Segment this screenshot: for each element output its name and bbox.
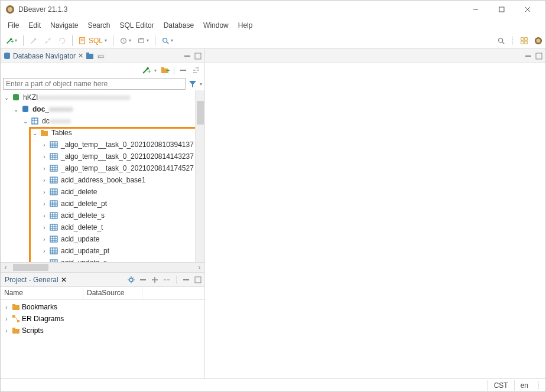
maximize-panel-icon[interactable]	[535, 52, 543, 60]
menu-edit[interactable]: Edit	[24, 19, 46, 32]
menu-sql-editor[interactable]: SQL Editor	[115, 19, 158, 32]
tree-row-table[interactable]: ›acid_delete_t	[1, 221, 204, 233]
project-tab[interactable]: Project - General	[3, 276, 58, 284]
other-tab-icon[interactable]: ▭	[96, 52, 105, 60]
tree-row-table[interactable]: ›acid_delete	[1, 186, 204, 198]
project-tree[interactable]: › Bookmarks › ER Diagrams › Scripts	[1, 300, 204, 338]
tree-row-connection[interactable]: ⌄ hKZI xxxxxxxxxxxxxxxxxxxxxxxxxx	[1, 92, 204, 103]
minimize-panel-icon[interactable]	[183, 52, 191, 60]
minimize-panel-icon[interactable]	[182, 276, 190, 284]
link-editor-icon[interactable]	[191, 66, 201, 75]
new-connection-button[interactable]: + ▾	[3, 35, 20, 46]
expand-icon[interactable]: ›	[41, 201, 48, 207]
scripts-label: Scripts	[22, 326, 44, 335]
status-lang[interactable]: en	[514, 380, 534, 391]
menu-navigate[interactable]: Navigate	[46, 19, 83, 32]
filter-input[interactable]	[3, 78, 186, 90]
collapse-all-icon[interactable]	[178, 66, 188, 75]
tree-row-bookmarks[interactable]: › Bookmarks	[3, 301, 202, 313]
chevron-down-icon: ▾	[105, 38, 107, 43]
search-button[interactable]: ▾	[159, 35, 176, 46]
expand-icon[interactable]: ⌄	[22, 118, 29, 125]
commit-button[interactable]: ▾	[117, 35, 134, 46]
svg-rect-88	[50, 248, 57, 254]
tree-row-table[interactable]: ›_algo_temp__task_0_2021020810394137	[1, 139, 204, 151]
expand-icon[interactable]: ›	[3, 304, 10, 311]
tree-row-table[interactable]: ›acid_update_pt	[1, 245, 204, 257]
perspective-button[interactable]	[519, 36, 529, 45]
expand-icon[interactable]: ⌄	[3, 94, 10, 101]
tree-row-er-diagrams[interactable]: › ER Diagrams	[3, 313, 202, 325]
expand-icon[interactable]: ›	[41, 236, 48, 243]
dbeaver-perspective-icon[interactable]	[534, 36, 543, 45]
maximize-panel-icon[interactable]	[194, 52, 202, 60]
connect-button[interactable]	[27, 35, 40, 46]
expand-icon[interactable]: ›	[41, 142, 48, 148]
chevron-down-icon[interactable]: ▾	[154, 68, 157, 73]
funnel-icon[interactable]	[188, 79, 197, 89]
projects-tab-icon[interactable]	[86, 52, 94, 60]
svg-line-18	[502, 41, 505, 44]
collapse-icon[interactable]	[139, 276, 147, 284]
menu-window[interactable]: Window	[199, 19, 233, 32]
rollback-button[interactable]: ▾	[135, 35, 151, 46]
tree-row-table[interactable]: ›_algo_temp__task_0_2021020814174527	[1, 162, 204, 174]
expand-icon[interactable]: ›	[41, 189, 48, 195]
status-timezone[interactable]: CST	[488, 380, 514, 391]
maximize-button[interactable]	[489, 1, 515, 18]
menu-help[interactable]: Help	[233, 19, 258, 32]
tree-row-tables-folder[interactable]: ⌄ Tables	[1, 127, 204, 139]
close-icon[interactable]: ✕	[78, 52, 83, 60]
col-datasource[interactable]: DataSource	[83, 287, 142, 299]
link-icon[interactable]	[162, 276, 171, 284]
tree-row-table[interactable]: ›acid_update	[1, 233, 204, 245]
horizontal-scrollbar[interactable]: ‹ ›	[1, 262, 204, 272]
search-icon[interactable]	[496, 36, 506, 45]
navigator-tab[interactable]: Database Navigator	[3, 52, 76, 60]
new-folder-icon[interactable]: +	[160, 66, 170, 75]
chevron-down-icon[interactable]: ▾	[200, 81, 202, 87]
scroll-right-icon[interactable]: ›	[194, 263, 204, 273]
reconnect-button[interactable]	[56, 35, 69, 46]
expand-icon[interactable]: ›	[41, 248, 48, 254]
tree-row-table[interactable]: ›acid_delete_pt	[1, 198, 204, 210]
new-connection-icon[interactable]: +	[141, 66, 151, 75]
minimize-button[interactable]	[463, 1, 489, 18]
tree-row-table[interactable]: ›acid_delete_s	[1, 210, 204, 221]
expand-icon[interactable]: ›	[41, 165, 48, 172]
expand-icon[interactable]: ›	[41, 177, 48, 184]
tree-row-database[interactable]: ⌄ doc_ xxxxxx	[1, 103, 204, 115]
tree-row-table[interactable]: ›_algo_temp__task_0_2021020814143237	[1, 151, 204, 162]
table-icon	[49, 187, 58, 197]
expand-icon[interactable]: ›	[3, 316, 10, 322]
disconnect-button[interactable]	[41, 35, 54, 46]
scroll-left-icon[interactable]: ‹	[1, 263, 11, 273]
close-icon[interactable]: ✕	[61, 276, 67, 284]
expand-icon[interactable]: ›	[41, 213, 48, 219]
expand-icon[interactable]: ›	[3, 328, 10, 334]
col-name[interactable]: Name	[1, 287, 83, 299]
svg-rect-41	[41, 131, 48, 136]
tree-row-table[interactable]: ›acid_update_s	[1, 257, 204, 262]
close-button[interactable]	[515, 1, 541, 18]
tree-row-schema[interactable]: ⌄ dc xxxxxx	[1, 115, 204, 127]
expand-icon[interactable]: ›	[41, 224, 48, 231]
tree-row-scripts[interactable]: › Scripts	[3, 325, 202, 337]
tree-row-table[interactable]: ›acid_address_book_base1	[1, 174, 204, 186]
add-icon[interactable]	[151, 276, 159, 284]
gear-icon[interactable]	[127, 276, 135, 284]
menu-file[interactable]: File	[3, 19, 24, 32]
expand-icon[interactable]: ›	[41, 153, 48, 160]
maximize-panel-icon[interactable]	[194, 276, 202, 284]
table-label: _algo_temp__task_0_2021020814174527	[60, 164, 194, 172]
expand-icon[interactable]: ⌄	[12, 106, 20, 113]
menu-search[interactable]: Search	[83, 19, 115, 32]
navigator-tree[interactable]: ⌄ hKZI xxxxxxxxxxxxxxxxxxxxxxxxxx ⌄ doc_…	[1, 90, 204, 262]
expand-icon[interactable]: ⌄	[31, 130, 38, 136]
vertical-scrollbar[interactable]	[195, 90, 204, 262]
menu-database[interactable]: Database	[159, 19, 199, 32]
minimize-panel-icon[interactable]	[524, 52, 532, 60]
table-icon	[49, 246, 58, 256]
expand-icon[interactable]: ›	[41, 260, 48, 263]
sql-editor-button[interactable]: SQL ▾	[76, 35, 109, 46]
